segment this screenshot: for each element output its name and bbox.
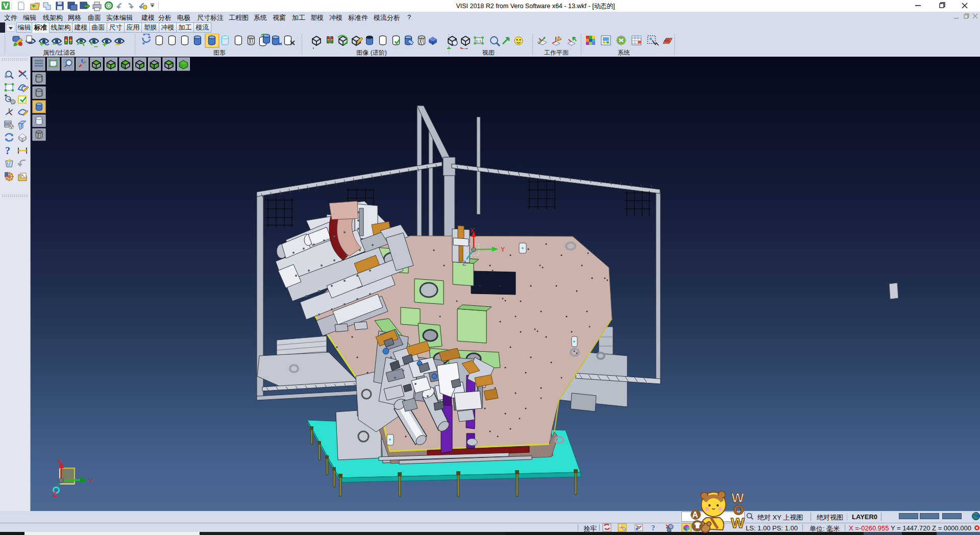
svg-text:X: X <box>57 457 62 465</box>
svg-text:Z: Z <box>462 260 466 267</box>
svg-text:W: W <box>731 515 745 531</box>
svg-text:?: ? <box>651 524 655 532</box>
svg-text:Y: Y <box>501 246 505 253</box>
svg-text:X: X <box>470 227 474 234</box>
svg-text:Y: Y <box>89 477 93 484</box>
svg-text:A: A <box>692 510 698 519</box>
svg-text:Z: Z <box>53 491 57 498</box>
